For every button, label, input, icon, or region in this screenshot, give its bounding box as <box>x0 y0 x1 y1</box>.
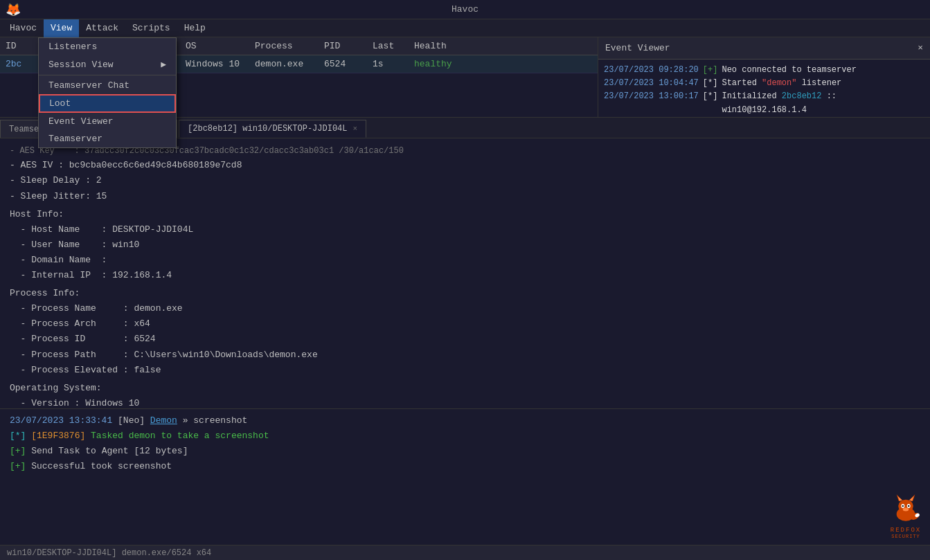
tab-close-agent[interactable]: × <box>353 125 358 133</box>
main-content: - AES Key : 37adcc30f2c0c03c30fcac37bcad… <box>0 138 930 408</box>
col-header-id: ID <box>0 41 35 51</box>
ev-prefix-3: [*] <box>703 90 718 116</box>
agent-os: Windows 10 <box>180 59 249 69</box>
sleep-jitter-line: - Sleep Jitter: 15 <box>10 189 920 204</box>
ev-text-1: Neo connected to teamserver <box>722 64 856 77</box>
col-header-pid: PID <box>319 41 367 51</box>
ev-time-1: 23/07/2023 09:28:20 <box>604 64 699 77</box>
terminal-demon-link[interactable]: Demon <box>150 415 177 426</box>
ev-text-2: Started "demon" listener <box>722 77 841 90</box>
menu-bar: Havoc View Attack Scripts Help <box>0 19 930 37</box>
terminal-line-2: [+] Send Task to Agent [12 bytes] <box>10 444 920 459</box>
col-header-process: Process <box>249 41 319 51</box>
menu-havoc[interactable]: Havoc <box>3 19 44 37</box>
status-bar: win10/DESKTOP-JJDI04L] demon.exe/6524 x6… <box>0 545 930 560</box>
title-bar: 🦊 Havoc <box>0 0 930 19</box>
menu-view[interactable]: View <box>44 19 79 37</box>
host-info-header: Host Info: <box>10 207 920 222</box>
dropdown-session-view[interactable]: Session View ▶ <box>39 55 176 73</box>
process-id-line: - Process ID : 6524 <box>10 332 920 347</box>
status-text: win10/DESKTOP-JJDI04L] demon.exe/6524 x6… <box>7 548 211 558</box>
agent-pid: 6524 <box>319 59 367 69</box>
ev-prefix-1: [+] <box>703 64 718 77</box>
aes-iv-line: - AES IV : bc9cba0ecc6c6ed49c84b680189e7… <box>10 158 920 173</box>
dropdown-separator <box>39 75 176 75</box>
menu-scripts[interactable]: Scripts <box>125 19 177 37</box>
terminal-prompt-line: 23/07/2023 13:33:41 [Neo] Demon » screen… <box>10 413 920 428</box>
internal-ip-line: - Internal IP : 192.168.1.4 <box>10 268 920 283</box>
event-viewer-title: Event Viewer <box>605 43 670 53</box>
agent-id: 2bc <box>0 59 35 69</box>
agent-health: healthy <box>409 59 464 69</box>
terminal-line-1: [*] [1E9F3876] Tasked demon to take a sc… <box>10 428 920 444</box>
col-header-os: OS <box>180 41 249 51</box>
ev-time-2: 23/07/2023 10:04:47 <box>604 77 699 90</box>
fox-icon <box>888 492 923 527</box>
dropdown-event-viewer[interactable]: Event Viewer <box>39 113 176 130</box>
dropdown-teamserver-chat[interactable]: Teamserver Chat <box>39 77 176 94</box>
dropdown-teamserver[interactable]: Teamserver <box>39 130 176 147</box>
app-title: Havoc <box>451 4 479 15</box>
user-name-line: - User Name : win10 <box>10 237 920 253</box>
process-path-line: - Process Path : C:\Users\win10\Download… <box>10 347 920 363</box>
os-info-header: Operating System: <box>10 381 920 396</box>
terminal-line-3: [+] Successful took screenshot <box>10 459 920 474</box>
terminal-output: 23/07/2023 13:33:41 [Neo] Demon » screen… <box>0 408 930 545</box>
sleep-delay-line: - Sleep Delay : 2 <box>10 173 920 188</box>
event-viewer-header: Event Viewer × <box>598 37 930 60</box>
dropdown-listeners[interactable]: Listeners <box>39 38 176 55</box>
logo-sub: SECURITY <box>891 534 920 539</box>
view-dropdown: Listeners Session View ▶ Teamserver Chat… <box>38 37 177 148</box>
app-logo: 🦊 <box>6 2 21 17</box>
ev-highlight-2: "demon" <box>762 78 796 88</box>
process-info-header: Process Info: <box>10 286 920 301</box>
os-version-line: - Version : Windows 10 <box>10 396 920 408</box>
ev-highlight-3: 2bc8eb12 <box>782 91 822 101</box>
process-name-line: - Process Name : demon.exe <box>10 301 920 316</box>
logo-text: REDFOX <box>891 527 921 534</box>
menu-attack[interactable]: Attack <box>79 19 125 37</box>
redfox-logo: REDFOX SECURITY <box>888 492 923 539</box>
ev-line-2: 23/07/2023 10:04:47 [*] Started "demon" … <box>604 77 924 90</box>
domain-name-line: - Domain Name : <box>10 253 920 268</box>
bottom-area: - AES Key : 37adcc30f2c0c03c30fcac37bcad… <box>0 138 930 545</box>
agent-last: 1s <box>367 59 409 69</box>
event-viewer: Event Viewer × 23/07/2023 09:28:20 [+] N… <box>598 37 930 117</box>
svg-point-10 <box>903 508 909 512</box>
col-header-health: Health <box>409 41 464 51</box>
svg-point-9 <box>908 505 910 507</box>
ev-time-3: 23/07/2023 13:00:17 <box>604 90 699 116</box>
ev-line-3: 23/07/2023 13:00:17 [*] Initialized 2bc8… <box>604 90 924 116</box>
process-arch-line: - Process Arch : x64 <box>10 316 920 332</box>
menu-help[interactable]: Help <box>177 19 213 37</box>
ev-line-1: 23/07/2023 09:28:20 [+] Neo connected to… <box>604 64 924 77</box>
tab-agent[interactable]: [2bc8eb12] win10/DESKTOP-JJDI04L × <box>179 120 366 138</box>
event-viewer-content: 23/07/2023 09:28:20 [+] Neo connected to… <box>598 60 930 117</box>
ev-prefix-2: [*] <box>703 77 718 90</box>
col-header-last: Last <box>367 41 409 51</box>
dropdown-loot[interactable]: Loot <box>39 94 176 113</box>
event-viewer-close-button[interactable]: × <box>918 43 923 53</box>
ev-text-3: Initialized 2bc8eb12 :: win10@192.168.1.… <box>722 90 924 116</box>
host-name-line: - Host Name : DESKTOP-JJDI04L <box>10 222 920 237</box>
svg-point-8 <box>902 505 904 507</box>
process-elevated-line: - Process Elevated : false <box>10 363 920 378</box>
agent-process: demon.exe <box>249 59 319 69</box>
